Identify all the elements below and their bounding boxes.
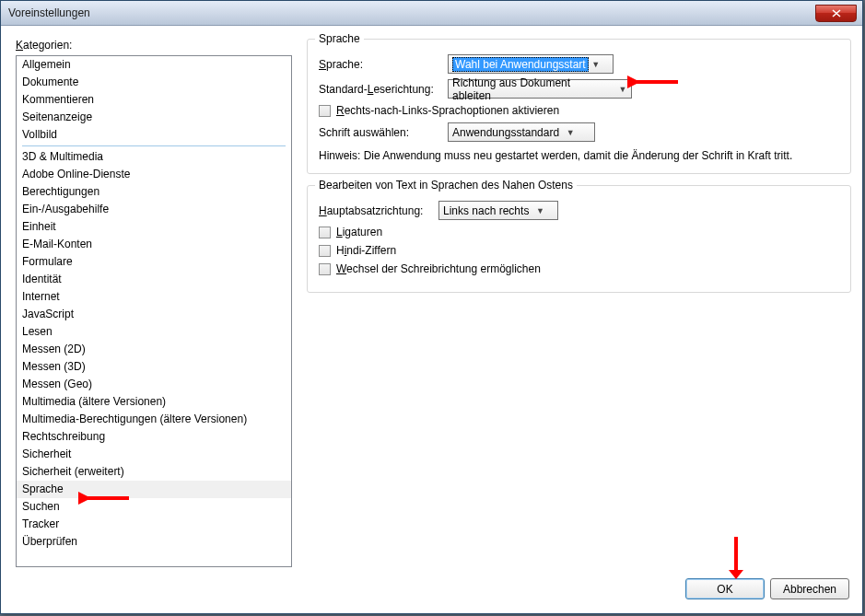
titlebar: Voreinstellungen — [1, 1, 862, 26]
language-group: Sprache Sprache: Wahl bei Anwendungsstar… — [307, 39, 851, 174]
category-item[interactable]: Lesen — [17, 323, 291, 341]
ligatures-label: Ligaturen — [336, 226, 382, 238]
category-item[interactable]: Suchen — [17, 498, 291, 516]
chevron-down-icon: ▼ — [589, 60, 602, 69]
chevron-down-icon: ▼ — [563, 128, 577, 137]
category-item[interactable]: Sicherheit (erweitert) — [17, 463, 291, 481]
middle-east-group-title: Bearbeiten von Text in Sprachen des Nahe… — [315, 179, 577, 192]
category-item[interactable]: Dokumente — [17, 74, 291, 91]
direction-switch-label: Wechsel der Schreibrichtung ermöglichen — [336, 262, 541, 275]
restart-note: Hinweis: Die Anwendung muss neu gestarte… — [319, 149, 839, 162]
category-item[interactable]: Kommentieren — [17, 91, 291, 109]
font-select-combo[interactable]: Anwendungsstandard ▼ — [448, 122, 595, 142]
reading-direction-label: Standard-Leserichtung: — [319, 83, 448, 96]
category-divider — [22, 145, 286, 146]
language-combo-value: Wahl bei Anwendungsstart — [452, 57, 589, 72]
category-item[interactable]: 3D & Multimedia — [17, 148, 291, 166]
language-group-title: Sprache — [315, 32, 364, 45]
window-title: Voreinstellungen — [8, 6, 813, 19]
hindi-digits-label: Hindi-Ziffern — [336, 244, 396, 257]
chevron-down-icon: ▼ — [615, 85, 629, 94]
chevron-down-icon: ▼ — [532, 206, 546, 215]
category-item[interactable]: Formulare — [17, 253, 291, 271]
category-item[interactable]: Berechtigungen — [17, 183, 291, 201]
categories-list[interactable]: AllgemeinDokumenteKommentierenSeitenanze… — [16, 55, 292, 567]
category-item[interactable]: E-Mail-Konten — [17, 236, 291, 253]
ok-button[interactable]: OK — [685, 578, 765, 599]
category-item[interactable]: Messen (Geo) — [17, 376, 291, 393]
font-select-value: Anwendungsstandard — [452, 126, 563, 139]
category-item[interactable]: Multimedia (ältere Versionen) — [17, 393, 291, 411]
category-item[interactable]: JavaScript — [17, 306, 291, 323]
rtl-checkbox-label: Rechts-nach-Links-Sprachoptionen aktivie… — [336, 104, 559, 117]
direction-switch-checkbox[interactable] — [319, 263, 331, 275]
category-item[interactable]: Allgemein — [17, 56, 291, 74]
paragraph-direction-combo[interactable]: Links nach rechts ▼ — [438, 201, 558, 220]
preferences-dialog: Voreinstellungen Kategorien: AllgemeinDo… — [0, 0, 863, 614]
close-button[interactable] — [815, 5, 857, 22]
language-combo[interactable]: Wahl bei Anwendungsstart ▼ — [448, 54, 614, 74]
category-item[interactable]: Überprüfen — [17, 533, 291, 551]
category-item[interactable]: Ein-/Ausgabehilfe — [17, 201, 291, 218]
category-item[interactable]: Rechtschreibung — [17, 428, 291, 446]
paragraph-direction-label: Hauptabsatzrichtung: — [319, 204, 438, 217]
category-item[interactable]: Messen (3D) — [17, 358, 291, 376]
category-item[interactable]: Sicherheit — [17, 446, 291, 463]
category-item[interactable]: Sprache — [17, 481, 291, 498]
rtl-checkbox[interactable] — [319, 105, 331, 117]
reading-direction-value: Richtung aus Dokument ableiten — [452, 76, 615, 102]
category-item[interactable]: Multimedia-Berechtigungen (ältere Versio… — [17, 411, 291, 428]
category-item[interactable]: Identität — [17, 271, 291, 288]
cancel-button[interactable]: Abbrechen — [770, 578, 849, 599]
category-item[interactable]: Einheit — [17, 218, 291, 236]
ligatures-checkbox[interactable] — [319, 227, 331, 238]
middle-east-group: Bearbeiten von Text in Sprachen des Nahe… — [307, 185, 851, 293]
reading-direction-combo[interactable]: Richtung aus Dokument ableiten ▼ — [448, 79, 632, 99]
category-item[interactable]: Adobe Online-Dienste — [17, 166, 291, 183]
categories-label: Kategorien: — [16, 39, 292, 52]
font-select-label: Schrift auswählen: — [319, 126, 448, 139]
close-icon — [832, 9, 841, 17]
category-item[interactable]: Seitenanzeige — [17, 109, 291, 126]
paragraph-direction-value: Links nach rechts — [443, 204, 532, 217]
category-item[interactable]: Internet — [17, 288, 291, 306]
category-item[interactable]: Vollbild — [17, 126, 291, 144]
hindi-digits-checkbox[interactable] — [319, 245, 331, 257]
category-item[interactable]: Tracker — [17, 516, 291, 533]
category-item[interactable]: Messen (2D) — [17, 341, 291, 358]
language-label: Sprache: — [319, 58, 448, 71]
